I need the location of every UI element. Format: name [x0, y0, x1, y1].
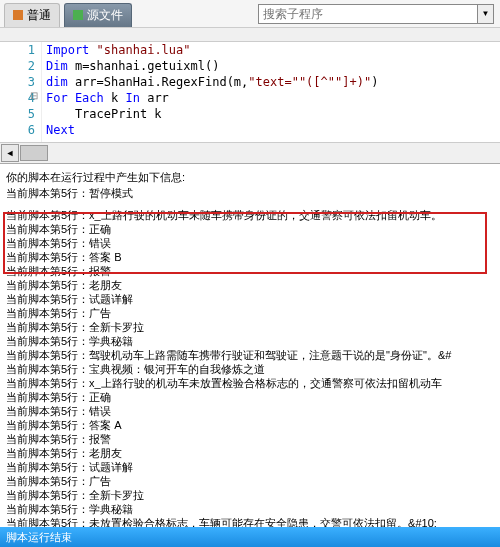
output-line: 当前脚本第5行：答案 A — [6, 418, 494, 432]
output-line: 当前脚本第5行：学典秘籍 — [6, 502, 494, 516]
code-line[interactable]: dim arr=ShanHai.RegexFind(m,"text=""([^"… — [46, 74, 378, 90]
code-line[interactable]: For Each k In arr — [46, 90, 378, 106]
output-line: 当前脚本第5行：正确 — [6, 390, 494, 404]
search-wrap: ▼ — [258, 4, 494, 24]
search-dropdown-button[interactable]: ▼ — [478, 4, 494, 24]
output-line: 当前脚本第5行：报警 — [6, 264, 494, 278]
ruler-bar — [0, 28, 500, 42]
output-line: 当前脚本第5行：驾驶机动车上路需随车携带行驶证和驾驶证，注意题干说的是"身份证"… — [6, 348, 494, 362]
tab-source[interactable]: 源文件 — [64, 3, 132, 27]
code-editor[interactable]: 123456 Import "shanhai.lua"Dim m=shanhai… — [0, 42, 500, 142]
code-lines[interactable]: Import "shanhai.lua"Dim m=shanhai.getuix… — [42, 42, 378, 142]
tab-normal[interactable]: 普通 — [4, 3, 60, 27]
output-line: 当前脚本第5行：答案 B — [6, 250, 494, 264]
output-line: 当前脚本第5行：宝典视频：银河开车的自我修炼之道 — [6, 362, 494, 376]
output-line: 当前脚本第5行：x_上路行驶的机动车未随车携带身份证的，交通警察可依法扣留机动车… — [6, 208, 494, 222]
code-line[interactable]: Import "shanhai.lua" — [46, 42, 378, 58]
fold-minus-icon[interactable]: ⊟ — [28, 90, 40, 101]
line-number: 6 — [0, 122, 35, 138]
status-bar: 脚本运行结束 — [0, 527, 500, 547]
output-line: 当前脚本第5行：错误 — [6, 236, 494, 250]
output-line: 当前脚本第5行：未放置检验合格标志，车辆可能存在安全隐患，交警可依法扣留。&#1… — [6, 516, 494, 527]
output-header: 你的脚本在运行过程中产生如下信息: — [6, 170, 494, 184]
output-line: 当前脚本第5行：老朋友 — [6, 446, 494, 460]
code-line[interactable]: TracePrint k — [46, 106, 378, 122]
output-panel: 你的脚本在运行过程中产生如下信息: 当前脚本第5行：暂停模式 当前脚本第5行：x… — [0, 164, 500, 527]
line-number: 2 — [0, 58, 35, 74]
output-line: 当前脚本第5行：全新卡罗拉 — [6, 488, 494, 502]
square-icon — [73, 10, 83, 20]
top-toolbar: 普通 源文件 ▼ — [0, 0, 500, 28]
output-line: 当前脚本第5行：暂停模式 — [6, 186, 494, 200]
scroll-thumb[interactable] — [20, 145, 48, 161]
scroll-left-arrow-icon[interactable]: ◄ — [1, 144, 19, 162]
line-number: 3 — [0, 74, 35, 90]
status-text: 脚本运行结束 — [6, 531, 72, 543]
code-line[interactable]: Dim m=shanhai.getuixml() — [46, 58, 378, 74]
horizontal-scrollbar[interactable]: ◄ — [0, 142, 500, 164]
line-number: 1 — [0, 42, 35, 58]
output-line: 当前脚本第5行：老朋友 — [6, 278, 494, 292]
output-line: 当前脚本第5行：学典秘籍 — [6, 334, 494, 348]
line-number: 5 — [0, 106, 35, 122]
output-line: 当前脚本第5行：广告 — [6, 474, 494, 488]
output-line: 当前脚本第5行：报警 — [6, 432, 494, 446]
output-line: 当前脚本第5行：全新卡罗拉 — [6, 320, 494, 334]
tab-source-label: 源文件 — [87, 7, 123, 24]
output-line: 当前脚本第5行：正确 — [6, 222, 494, 236]
search-input[interactable] — [258, 4, 478, 24]
square-icon — [13, 10, 23, 20]
output-line: 当前脚本第5行：错误 — [6, 404, 494, 418]
output-line: 当前脚本第5行：试题详解 — [6, 460, 494, 474]
tab-normal-label: 普通 — [27, 7, 51, 24]
output-line: 当前脚本第5行：x_上路行驶的机动车未放置检验合格标志的，交通警察可依法扣留机动… — [6, 376, 494, 390]
output-line: 当前脚本第5行：广告 — [6, 306, 494, 320]
code-line[interactable]: Next — [46, 122, 378, 138]
output-line: 当前脚本第5行：试题详解 — [6, 292, 494, 306]
